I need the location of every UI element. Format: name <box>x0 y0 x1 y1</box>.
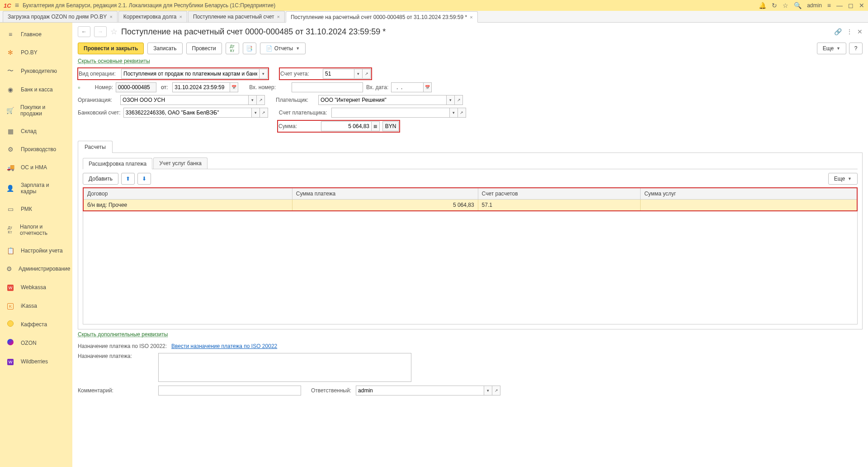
open-icon[interactable]: ↗ <box>455 95 463 105</box>
close-icon[interactable]: × <box>179 14 182 19</box>
add-button[interactable]: Добавить <box>83 173 118 185</box>
sidebar-item-main[interactable]: ≡Главное <box>0 25 72 43</box>
sidebar-item-poby[interactable]: ✻PO.BY <box>0 43 72 62</box>
open-icon[interactable]: ↗ <box>260 108 268 118</box>
more-icon[interactable]: ⋮ <box>846 28 853 35</box>
col-service-sum[interactable]: Сумма услуг <box>641 188 857 200</box>
search-icon[interactable]: 🔍 <box>794 2 802 9</box>
dropdown-icon[interactable]: ▾ <box>259 69 268 79</box>
date-input[interactable] <box>172 82 230 92</box>
tab-ozon-load[interactable]: Загрузка продаж OZON по дням PO.BY× <box>3 11 118 22</box>
settings-icon[interactable]: ≡ <box>827 2 831 9</box>
col-amount[interactable]: Сумма платежа <box>292 188 478 200</box>
close-icon[interactable]: × <box>470 14 472 20</box>
sidebar-item-admin[interactable]: ⚙Администрирование <box>0 260 72 278</box>
account-input[interactable] <box>323 69 354 79</box>
move-down-button[interactable]: ⬇ <box>137 173 151 185</box>
dropdown-icon[interactable]: ▾ <box>450 108 458 118</box>
open-icon[interactable]: ↗ <box>363 69 371 79</box>
sidebar-item-webkassa[interactable]: WWebkassa <box>0 278 72 296</box>
post-button[interactable]: Провести <box>186 43 222 54</box>
menu-icon[interactable]: ≡ <box>15 1 19 10</box>
number-input[interactable] <box>116 82 156 92</box>
dropdown-icon[interactable]: ▾ <box>354 69 363 79</box>
comment-input[interactable] <box>158 386 301 396</box>
sidebar-item-manager[interactable]: 〜Руководителю <box>0 62 72 81</box>
structure-button[interactable]: 📑 <box>243 43 256 54</box>
sidebar-item-settings[interactable]: 📋Настройки учета <box>0 242 72 260</box>
sidebar-item-production[interactable]: ⚙Производство <box>0 140 72 158</box>
bank-input[interactable] <box>123 108 252 118</box>
sum-input[interactable] <box>321 121 372 131</box>
link-icon[interactable]: 🔗 <box>834 28 842 35</box>
write-button[interactable]: Записать <box>147 43 182 54</box>
forward-button[interactable]: → <box>94 26 107 37</box>
table-more-button[interactable]: Еще▼ <box>828 173 858 185</box>
user-name[interactable]: admin <box>807 2 822 9</box>
ext-number-input[interactable] <box>292 82 363 92</box>
dt-kt-button[interactable]: ДтКт <box>226 43 239 54</box>
move-up-button[interactable]: ⬆ <box>121 173 135 185</box>
dropdown-icon[interactable]: ▾ <box>252 108 260 118</box>
tab-bank-receipt[interactable]: Поступление на расчетный счет× <box>188 11 285 22</box>
back-button[interactable]: ← <box>78 26 90 37</box>
favorite-icon[interactable]: ☆ <box>110 27 118 37</box>
operation-type-input[interactable] <box>121 69 259 79</box>
sidebar-item-taxes[interactable]: ДтКтНалоги и отчетность <box>0 218 72 242</box>
hide-additional-requisites-link[interactable]: Скрыть дополнительные реквизиты <box>72 329 868 339</box>
subtab-bank-services[interactable]: Учет услуг банка <box>153 157 208 169</box>
enter-purpose-link[interactable]: Ввести назначение платежа по ISO 20022 <box>171 343 277 349</box>
tab-calculations[interactable]: Расчеты <box>78 141 113 153</box>
sidebar-item-wildberries[interactable]: WWildberries <box>0 352 72 371</box>
help-button[interactable]: ? <box>849 43 863 54</box>
post-and-close-button[interactable]: Провести и закрыть <box>78 43 144 54</box>
hide-main-requisites-link[interactable]: Скрыть основные реквизиты <box>72 56 868 66</box>
calculator-icon[interactable]: ▦ <box>372 121 380 131</box>
sidebar-item-warehouse[interactable]: ▦Склад <box>0 122 72 140</box>
cell-account[interactable]: 57.1 <box>478 200 641 211</box>
open-icon[interactable]: ↗ <box>492 386 500 396</box>
more-button[interactable]: Еще▼ <box>817 43 846 54</box>
cell-amount[interactable]: 5 064,83 <box>292 200 478 211</box>
sidebar-item-kaffesta[interactable]: Каффеста <box>0 315 72 334</box>
maximize-icon[interactable]: ◻ <box>848 2 854 9</box>
subtab-payment-breakdown[interactable]: Расшифровка платежа <box>83 158 152 169</box>
reports-button[interactable]: 📄 Отчеты▼ <box>260 43 306 54</box>
close-icon[interactable]: × <box>277 14 279 19</box>
tab-debt-correction[interactable]: Корректировка долга× <box>118 11 187 22</box>
calendar-icon[interactable]: 📅 <box>230 82 238 92</box>
payer-account-input[interactable] <box>331 108 450 118</box>
sidebar-item-rmk[interactable]: ▭РМК <box>0 200 72 218</box>
history-icon[interactable]: ↻ <box>772 2 777 9</box>
tab-bank-receipt-doc[interactable]: Поступление на расчетный счет 0000-00048… <box>286 11 478 23</box>
sidebar-item-assets[interactable]: 🚚ОС и НМА <box>0 158 72 176</box>
sidebar-item-sales[interactable]: 🛒Покупки и продажи <box>0 99 72 122</box>
cell-contract[interactable]: б/н вид: Прочее <box>83 200 292 211</box>
open-icon[interactable]: ↗ <box>257 95 265 105</box>
close-icon[interactable]: ✕ <box>857 28 863 35</box>
col-contract[interactable]: Договор <box>83 188 292 200</box>
sidebar-item-bank[interactable]: ◉Банк и касса <box>0 81 72 99</box>
sidebar-item-ozon[interactable]: OZON <box>0 334 72 352</box>
close-icon[interactable]: ✕ <box>859 2 864 9</box>
minimize-icon[interactable]: — <box>836 2 843 9</box>
sidebar-item-ikassa[interactable]: KiKassa <box>0 296 72 315</box>
dropdown-icon[interactable]: ▾ <box>447 95 455 105</box>
dropdown-icon[interactable]: ▾ <box>484 386 492 396</box>
ext-date-input[interactable] <box>391 82 424 92</box>
bell-icon[interactable]: 🔔 <box>759 2 766 9</box>
calendar-icon[interactable]: 📅 <box>424 82 432 92</box>
org-input[interactable] <box>120 95 249 105</box>
payer-input[interactable] <box>318 95 447 105</box>
purpose-textarea[interactable] <box>158 353 411 382</box>
responsible-input[interactable] <box>356 386 484 396</box>
star-icon[interactable]: ☆ <box>783 2 788 9</box>
close-icon[interactable]: × <box>109 14 112 19</box>
cell-service-sum[interactable] <box>641 200 857 211</box>
open-icon[interactable]: ↗ <box>458 108 466 118</box>
table-row[interactable]: б/н вид: Прочее 5 064,83 57.1 <box>83 200 857 211</box>
page-header: ← → ☆ Поступление на расчетный счет 0000… <box>72 23 868 41</box>
col-account[interactable]: Счет расчетов <box>478 188 641 200</box>
sidebar-item-salary[interactable]: 👤Зарплата и кадры <box>0 176 72 200</box>
dropdown-icon[interactable]: ▾ <box>249 95 257 105</box>
